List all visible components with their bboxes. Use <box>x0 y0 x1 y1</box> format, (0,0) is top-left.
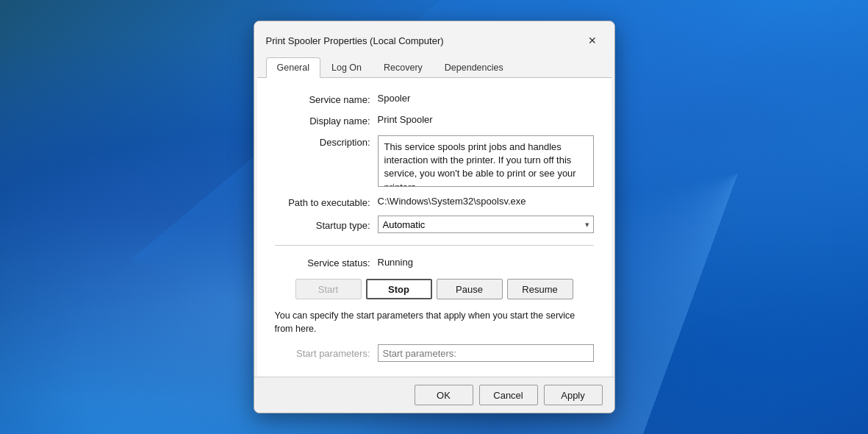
description-row: Description: This service spools print j… <box>275 135 594 187</box>
path-label: Path to executable: <box>275 196 378 208</box>
description-label: Description: <box>275 135 378 148</box>
start-button[interactable]: Start <box>295 279 362 299</box>
display-name-value: Print Spooler <box>378 114 594 125</box>
dialog-footer: OK Cancel Apply <box>254 377 614 413</box>
path-section: Path to executable: C:\Windows\System32\… <box>275 196 594 208</box>
ok-button[interactable]: OK <box>415 385 473 405</box>
startup-type-select[interactable]: Automatic Automatic (Delayed Start) Manu… <box>378 216 594 233</box>
startup-label: Startup type: <box>275 218 378 231</box>
pause-button[interactable]: Pause <box>437 279 503 299</box>
service-name-row: Service name: Spooler <box>275 93 594 105</box>
start-params-input[interactable] <box>378 344 594 362</box>
dialog-title: Print Spooler Properties (Local Computer… <box>266 35 444 46</box>
service-name-label: Service name: <box>275 93 378 105</box>
service-name-value: Spooler <box>378 93 594 104</box>
start-params-label: Start parameters: <box>275 348 378 359</box>
path-value: C:\Windows\System32\spoolsv.exe <box>378 196 594 207</box>
service-status-value: Running <box>378 257 594 268</box>
tab-content: Service name: Spooler Display name: Prin… <box>257 77 611 377</box>
resume-button[interactable]: Resume <box>507 279 573 299</box>
display-name-row: Display name: Print Spooler <box>275 114 594 127</box>
description-box: This service spools print jobs and handl… <box>378 135 594 187</box>
properties-dialog: Print Spooler Properties (Local Computer… <box>254 21 615 413</box>
tab-recovery[interactable]: Recovery <box>373 57 434 78</box>
close-button[interactable]: ✕ <box>582 30 603 51</box>
startup-type-row: Startup type: Automatic Automatic (Delay… <box>275 216 594 233</box>
startup-select-wrapper: Automatic Automatic (Delayed Start) Manu… <box>378 216 594 233</box>
display-name-label: Display name: <box>275 114 378 127</box>
service-status-label: Service status: <box>275 256 378 268</box>
divider <box>275 245 594 246</box>
stop-button[interactable]: Stop <box>366 279 432 299</box>
cancel-button[interactable]: Cancel <box>479 385 538 405</box>
tab-dependencies[interactable]: Dependencies <box>434 57 514 78</box>
tab-bar: General Log On Recovery Dependencies <box>254 51 614 77</box>
service-controls: Start Stop Pause Resume <box>275 279 594 299</box>
service-status-row: Service status: Running <box>275 256 594 268</box>
title-bar: Print Spooler Properties (Local Computer… <box>254 21 614 51</box>
apply-button[interactable]: Apply <box>544 385 603 405</box>
tab-logon[interactable]: Log On <box>320 57 373 78</box>
dialog-overlay: Print Spooler Properties (Local Computer… <box>0 0 868 434</box>
start-params-row: Start parameters: <box>275 344 594 362</box>
tab-general[interactable]: General <box>266 57 320 78</box>
info-text: You can specify the start parameters tha… <box>275 310 594 335</box>
